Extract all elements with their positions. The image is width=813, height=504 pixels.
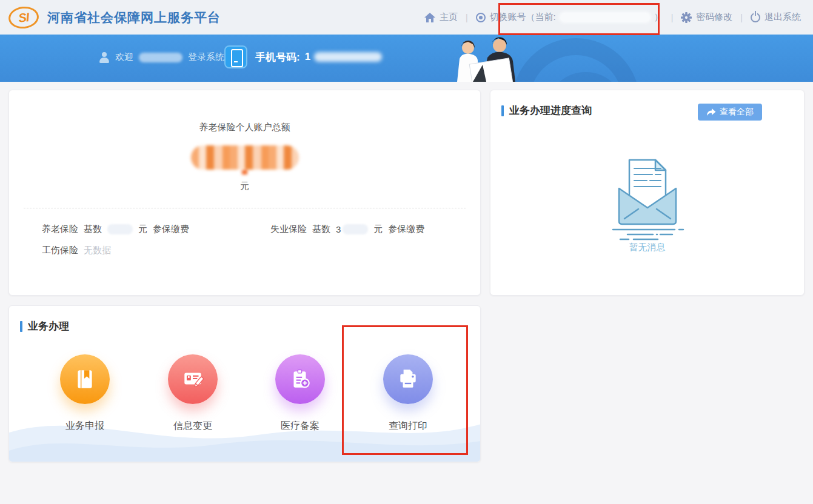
top-header: SI 河南省社会保障网上服务平台 主页 | 切换账号（当前: ） | <box>0 0 813 35</box>
pension-status: 参保缴费 <box>153 224 189 235</box>
redacted-pension-amount <box>191 145 299 170</box>
user-banner: e e 欢迎 登录系统 手机号码: 1 <box>0 35 813 82</box>
user-icon <box>99 52 110 63</box>
business-item-info-change[interactable]: 信息变更 <box>156 354 229 433</box>
nav-switch-suffix: ） <box>654 12 663 23</box>
unit-label: 元 <box>373 224 383 235</box>
title-accent-bar <box>501 105 504 116</box>
business-item-label: 业务申报 <box>49 420 121 433</box>
nav-separator: | <box>466 13 468 22</box>
no-message-text: 暂无消息 <box>490 242 804 253</box>
nav-password-label: 密码修改 <box>696 12 732 23</box>
business-card-title: 业务办理 <box>28 319 69 333</box>
title-accent-bar <box>20 321 22 332</box>
unit-label: 元 <box>138 224 147 235</box>
nav-home-label: 主页 <box>440 12 458 23</box>
redacted-unemployment-base <box>343 224 368 234</box>
welcome-suffix: 登录系统 <box>188 51 224 63</box>
phone-number: 手机号码: 1 <box>255 50 382 64</box>
logo-text: SI <box>18 10 29 25</box>
social-insurance-logo: SI <box>7 5 39 30</box>
nav-logout-label: 退出系统 <box>764 12 801 23</box>
redacted-phone-number <box>314 52 382 62</box>
divider <box>24 208 466 208</box>
welcome-prefix: 欢迎 <box>115 51 133 63</box>
base-label: 基数 <box>312 224 330 235</box>
id-card-edit-icon <box>168 354 218 404</box>
pension-account-card: 养老保险个人账户总额 元 养老保险 基数 元 参保缴费 失业保险 基数 3 元 … <box>8 90 481 296</box>
nav-separator: | <box>740 13 743 22</box>
printer-icon <box>383 354 433 404</box>
pension-total-title: 养老保险个人账户总额 <box>9 122 480 133</box>
phone-label: 手机号码: <box>255 50 300 64</box>
phone-info: 手机号码: 1 <box>224 45 382 68</box>
switch-account-icon <box>476 13 486 22</box>
nav-switch-label: 切换账号（当前: <box>490 12 556 23</box>
view-all-label: 查看全部 <box>720 107 754 118</box>
nav-switch-account[interactable]: 切换账号（当前: ） <box>476 12 663 23</box>
redacted-current-account <box>560 13 650 22</box>
home-icon <box>424 13 435 22</box>
nav-logout[interactable]: 退出系统 <box>751 12 801 23</box>
phone-digit: 1 <box>305 51 310 63</box>
view-all-button[interactable]: 查看全部 <box>698 104 762 121</box>
nav-password-change[interactable]: 密码修改 <box>681 12 732 23</box>
business-handling-card: 业务办理 业务申报 <box>8 305 481 462</box>
welcome-message: 欢迎 登录系统 <box>99 51 224 63</box>
injury-insurance-name: 工伤保险 <box>42 245 78 256</box>
business-progress-card: 业务办理进度查询 查看全部 暂无消息 <box>490 90 805 296</box>
unemployment-status: 参保缴费 <box>388 224 424 235</box>
base-label: 基数 <box>84 224 102 235</box>
redacted-pension-base <box>107 224 133 234</box>
header-nav: 主页 | 切换账号（当前: ） | 密码修改 | <box>424 0 801 35</box>
progress-card-title: 业务办理进度查询 <box>509 104 592 118</box>
people-photo <box>382 35 546 82</box>
medical-record-icon <box>275 354 325 404</box>
mobile-phone-icon <box>224 45 247 68</box>
nav-separator: | <box>671 13 674 22</box>
business-item-label: 信息变更 <box>156 420 229 433</box>
pension-unit: 元 <box>9 181 480 192</box>
gear-icon <box>681 12 692 23</box>
nav-home[interactable]: 主页 <box>424 12 458 23</box>
unemployment-base-digit: 3 <box>336 224 341 234</box>
book-icon <box>60 354 110 404</box>
pension-insurance-name: 养老保险 <box>42 224 78 235</box>
business-items: 业务申报 信息变更 <box>9 354 480 451</box>
forward-arrow-icon <box>706 108 716 116</box>
site-title: 河南省社会保障网上服务平台 <box>47 9 221 26</box>
insurance-col-2: 失业保险 基数 3 元 参保缴费 <box>270 224 424 235</box>
power-icon <box>751 13 760 22</box>
business-item-declare[interactable]: 业务申报 <box>49 354 121 433</box>
unemployment-insurance-name: 失业保险 <box>270 224 307 235</box>
open-envelope-icon <box>602 151 693 240</box>
redacted-username <box>139 53 182 62</box>
insurance-row-2: 工伤保险 无数据 <box>42 245 111 256</box>
business-item-medical-record[interactable]: 医疗备案 <box>264 354 336 433</box>
business-item-query-print[interactable]: 查询打印 <box>372 354 444 433</box>
business-item-label: 查询打印 <box>372 420 444 433</box>
injury-no-data: 无数据 <box>84 245 111 256</box>
business-item-label: 医疗备案 <box>264 420 336 433</box>
insurance-row-1: 养老保险 基数 元 参保缴费 失业保险 基数 3 元 参保缴费 <box>42 224 466 235</box>
